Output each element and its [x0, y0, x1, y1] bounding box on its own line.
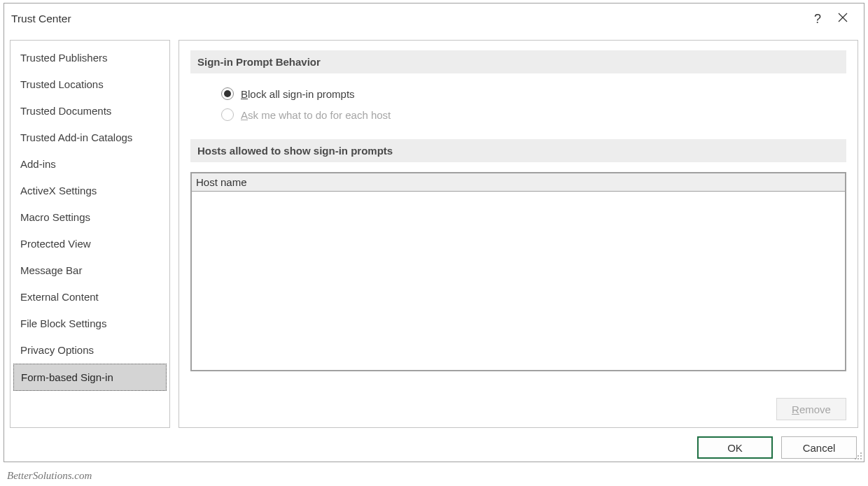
sidebar-item-form-based-signin[interactable]: Form-based Sign-in [13, 364, 167, 391]
titlebar: Trust Center ? [4, 3, 864, 34]
svg-point-3 [858, 455, 859, 457]
svg-point-4 [860, 455, 862, 457]
signin-prompt-radio-group: Block all sign-in prompts Ask me what to… [190, 83, 846, 125]
svg-point-2 [860, 452, 862, 454]
content-panel: Sign-in Prompt Behavior Block all sign-i… [178, 40, 858, 428]
ok-button[interactable]: OK [697, 436, 773, 459]
trust-center-dialog: Trust Center ? Trusted Publishers Truste… [4, 3, 864, 462]
sidebar-item-trusted-publishers[interactable]: Trusted Publishers [13, 45, 167, 71]
sidebar: Trusted Publishers Trusted Locations Tru… [10, 40, 170, 428]
help-icon[interactable]: ? [806, 12, 829, 27]
cancel-button[interactable]: Cancel [781, 436, 857, 459]
sidebar-item-file-block-settings[interactable]: File Block Settings [13, 310, 167, 336]
sidebar-item-addins[interactable]: Add-ins [13, 151, 167, 177]
radio-label: Ask me what to do for each host [241, 109, 391, 121]
radio-icon [221, 108, 234, 121]
svg-point-5 [855, 458, 856, 459]
sidebar-item-trusted-locations[interactable]: Trusted Locations [13, 71, 167, 97]
sidebar-item-trusted-addin-catalogs[interactable]: Trusted Add-in Catalogs [13, 124, 167, 150]
hosts-column-header: Host name [192, 173, 845, 192]
section-heading-hosts-allowed: Hosts allowed to show sign-in prompts [190, 139, 846, 162]
sidebar-item-trusted-documents[interactable]: Trusted Documents [13, 98, 167, 124]
sidebar-item-external-content[interactable]: External Content [13, 284, 167, 310]
svg-point-7 [860, 458, 862, 459]
remove-button: Remove [776, 398, 846, 420]
resize-grip-icon[interactable] [853, 450, 862, 460]
dialog-body: Trusted Publishers Trusted Locations Tru… [4, 34, 864, 428]
radio-ask-each-host[interactable]: Ask me what to do for each host [221, 104, 846, 125]
sidebar-item-activex-settings[interactable]: ActiveX Settings [13, 178, 167, 203]
radio-label: Block all sign-in prompts [241, 88, 355, 100]
close-icon[interactable] [829, 12, 857, 27]
sidebar-item-privacy-options[interactable]: Privacy Options [13, 337, 167, 363]
radio-block-all[interactable]: Block all sign-in prompts [221, 83, 846, 104]
hosts-list[interactable]: Host name [190, 172, 846, 371]
section-heading-signin-prompt: Sign-in Prompt Behavior [190, 50, 846, 73]
sidebar-item-protected-view[interactable]: Protected View [13, 231, 167, 257]
sidebar-item-message-bar[interactable]: Message Bar [13, 257, 167, 283]
svg-point-6 [858, 458, 859, 459]
sidebar-item-macro-settings[interactable]: Macro Settings [13, 204, 167, 230]
watermark: BetterSolutions.com [7, 470, 92, 482]
dialog-title: Trust Center [11, 13, 806, 25]
dialog-button-row: OK Cancel [4, 428, 864, 459]
radio-icon [221, 87, 234, 100]
